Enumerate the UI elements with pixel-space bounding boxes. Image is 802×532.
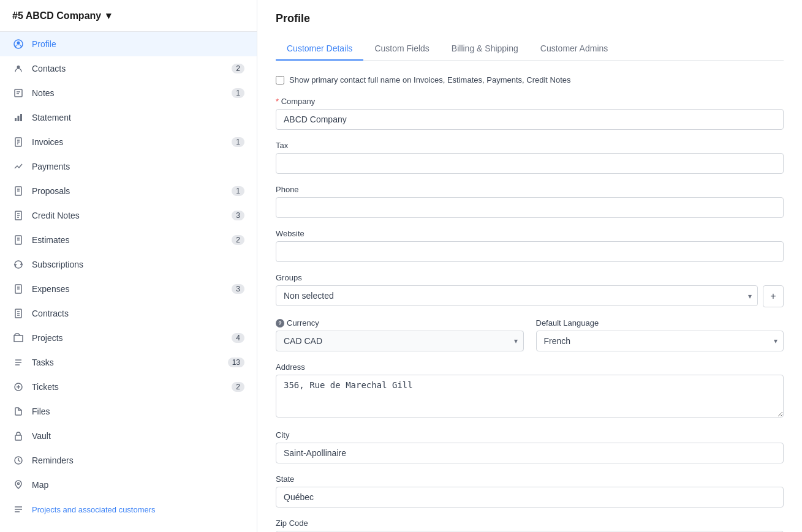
contracts-icon bbox=[12, 307, 25, 320]
sidebar-item-vault[interactable]: Vault bbox=[0, 424, 257, 448]
files-icon bbox=[12, 405, 25, 418]
projects-badge: 4 bbox=[232, 333, 244, 343]
sidebar-item-label: Contracts bbox=[32, 309, 244, 318]
zip-label: Zip Code bbox=[276, 519, 784, 528]
sidebar-item-statement[interactable]: Statement bbox=[0, 105, 257, 130]
currency-select-wrapper: CAD CAD bbox=[276, 331, 524, 351]
default-language-select-wrapper: French English bbox=[536, 331, 784, 351]
sidebar-item-contracts[interactable]: Contracts bbox=[0, 301, 257, 326]
sidebar-item-invoices[interactable]: Invoices 1 bbox=[0, 130, 257, 154]
proposals-badge: 1 bbox=[232, 186, 244, 196]
currency-label: Currency bbox=[287, 318, 319, 328]
sidebar-item-label: Expenses bbox=[32, 284, 232, 294]
sidebar-item-expenses[interactable]: Expenses 3 bbox=[0, 277, 257, 301]
sidebar-item-label: Subscriptions bbox=[32, 260, 244, 269]
sidebar-item-label: Vault bbox=[32, 431, 244, 441]
page-title: Profile bbox=[276, 12, 784, 25]
estimates-icon bbox=[12, 234, 25, 246]
groups-label: Groups bbox=[276, 273, 784, 282]
sidebar-title: #5 ABCD Company bbox=[12, 10, 101, 21]
subscriptions-icon bbox=[12, 258, 25, 271]
primary-contact-checkbox[interactable] bbox=[276, 76, 284, 84]
state-input[interactable] bbox=[276, 487, 784, 508]
city-label: City bbox=[276, 430, 784, 440]
website-input[interactable] bbox=[276, 241, 784, 262]
currency-group: ? Currency CAD CAD bbox=[276, 318, 524, 351]
groups-group: Groups Non selected + bbox=[276, 273, 784, 307]
phone-group: Phone bbox=[276, 185, 784, 218]
proposals-icon bbox=[12, 185, 25, 197]
sidebar-item-label: Notes bbox=[32, 88, 232, 98]
contacts-badge: 2 bbox=[232, 64, 244, 73]
sidebar-item-reminders[interactable]: Reminders bbox=[0, 448, 257, 473]
tab-custom-fields[interactable]: Custom Fields bbox=[363, 37, 440, 61]
invoices-badge: 1 bbox=[232, 137, 244, 147]
sidebar-item-tickets[interactable]: Tickets 2 bbox=[0, 375, 257, 399]
sidebar-item-projects-associated[interactable]: Projects and associated customers bbox=[0, 497, 257, 522]
sidebar-item-proposals[interactable]: Proposals 1 bbox=[0, 179, 257, 203]
map-pin-icon bbox=[12, 479, 25, 491]
default-language-select[interactable]: French English bbox=[536, 331, 784, 351]
phone-input[interactable] bbox=[276, 197, 784, 218]
sidebar-item-payments[interactable]: Payments bbox=[0, 154, 257, 179]
company-group: Company bbox=[276, 97, 784, 130]
tickets-badge: 2 bbox=[232, 382, 244, 392]
sidebar-item-label: Projects bbox=[32, 333, 232, 343]
sidebar-item-map[interactable]: Map bbox=[0, 473, 257, 497]
svg-rect-3 bbox=[15, 89, 22, 97]
groups-add-button[interactable]: + bbox=[763, 285, 784, 307]
person-circle-icon bbox=[12, 38, 25, 50]
person-icon bbox=[12, 62, 25, 75]
primary-contact-label: Show primary contact full name on Invoic… bbox=[289, 75, 571, 84]
svg-rect-36 bbox=[15, 435, 21, 440]
credit-notes-icon bbox=[12, 209, 25, 222]
sidebar-item-projects[interactable]: Projects 4 bbox=[0, 326, 257, 350]
company-input[interactable] bbox=[276, 109, 784, 130]
primary-contact-checkbox-row: Show primary contact full name on Invoic… bbox=[276, 75, 784, 84]
sidebar-item-subscriptions[interactable]: Subscriptions bbox=[0, 252, 257, 277]
tasks-icon bbox=[12, 356, 25, 369]
tab-customer-details[interactable]: Customer Details bbox=[276, 37, 363, 61]
sidebar-item-label: Invoices bbox=[32, 137, 232, 147]
tab-customer-admins[interactable]: Customer Admins bbox=[529, 37, 619, 61]
tabs: Customer Details Custom Fields Billing &… bbox=[276, 37, 784, 61]
note-icon bbox=[12, 87, 25, 99]
sidebar-item-label: Files bbox=[32, 406, 244, 416]
sidebar-item-estimates[interactable]: Estimates 2 bbox=[0, 228, 257, 252]
state-group: State bbox=[276, 474, 784, 508]
invoice-icon bbox=[12, 136, 25, 148]
main-content: Profile Customer Details Custom Fields B… bbox=[257, 0, 802, 532]
address-group: Address 356, Rue de Marechal Gill bbox=[276, 362, 784, 419]
sidebar: #5 ABCD Company ▾ Profile Contacts 2 Not… bbox=[0, 0, 257, 532]
city-input[interactable] bbox=[276, 443, 784, 463]
sidebar-item-label: Tasks bbox=[32, 358, 228, 367]
sidebar-item-label: Estimates bbox=[32, 235, 232, 245]
tax-input[interactable] bbox=[276, 153, 784, 174]
sidebar-header[interactable]: #5 ABCD Company ▾ bbox=[0, 0, 257, 32]
groups-row: Non selected + bbox=[276, 285, 784, 307]
sidebar-item-label: Statement bbox=[32, 113, 244, 122]
notes-badge: 1 bbox=[232, 88, 244, 98]
estimates-badge: 2 bbox=[232, 235, 244, 245]
city-group: City bbox=[276, 430, 784, 463]
payments-icon bbox=[12, 160, 25, 173]
tab-billing-shipping[interactable]: Billing & Shipping bbox=[441, 37, 529, 61]
expenses-icon bbox=[12, 283, 25, 295]
currency-label-row: ? Currency bbox=[276, 318, 524, 328]
default-language-group: Default Language French English bbox=[536, 318, 784, 351]
sidebar-item-label: Reminders bbox=[32, 455, 244, 465]
currency-select[interactable]: CAD CAD bbox=[276, 331, 524, 351]
groups-select[interactable]: Non selected bbox=[276, 285, 758, 306]
sidebar-item-credit-notes[interactable]: Credit Notes 3 bbox=[0, 203, 257, 228]
sidebar-item-contacts[interactable]: Contacts 2 bbox=[0, 56, 257, 81]
sidebar-item-label: Contacts bbox=[32, 64, 232, 73]
sidebar-item-tasks[interactable]: Tasks 13 bbox=[0, 350, 257, 375]
sidebar-item-files[interactable]: Files bbox=[0, 399, 257, 424]
sidebar-item-profile[interactable]: Profile bbox=[0, 32, 257, 56]
tickets-icon bbox=[12, 381, 25, 393]
sidebar-item-notes[interactable]: Notes 1 bbox=[0, 81, 257, 105]
address-input[interactable]: 356, Rue de Marechal Gill bbox=[276, 375, 784, 418]
default-language-label: Default Language bbox=[536, 318, 784, 328]
clock-icon bbox=[12, 454, 25, 466]
zip-group: Zip Code bbox=[276, 519, 784, 532]
